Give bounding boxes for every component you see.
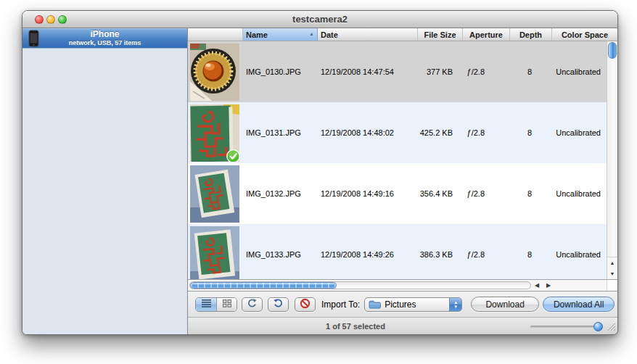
list-view-button[interactable] <box>196 298 216 311</box>
table-row-img-0132[interactable]: IMG_0132.JPG 12/19/2008 14:49:16 356.4 K… <box>188 163 607 224</box>
file-color-space: Uncalibrated <box>552 250 607 259</box>
table-row-img-0131[interactable]: IMG_0131.JPG 12/19/2008 14:48:02 425.2 K… <box>188 102 607 163</box>
column-header-aperture[interactable]: Aperture <box>463 28 510 41</box>
download-button[interactable]: Download <box>471 297 539 312</box>
file-depth: 8 <box>510 128 552 137</box>
import-destination-popup[interactable]: Pictures ▲▼ <box>364 297 462 312</box>
file-color-space: Uncalibrated <box>552 67 607 76</box>
table-row-img-0130[interactable]: IMG_0130.JPG 12/19/2008 14:47:54 377 KB … <box>188 41 607 102</box>
vertical-scrollbar[interactable]: ▲ ▼ <box>607 41 617 279</box>
thumbnail-size-slider <box>530 326 600 328</box>
titlebar[interactable]: testcamera2 <box>22 11 617 28</box>
zoom-button[interactable] <box>58 15 67 24</box>
close-button[interactable] <box>35 15 44 24</box>
folder-icon <box>369 300 381 309</box>
rotate-counterclockwise-icon <box>273 298 284 311</box>
downloaded-check-icon <box>226 149 241 162</box>
device-name: iPhone <box>90 30 119 39</box>
grid-view-icon <box>223 299 231 310</box>
column-header-file-size[interactable]: File Size <box>418 28 463 41</box>
scroll-right-button[interactable]: ▶ <box>546 281 551 291</box>
scroll-up-button[interactable]: ▲ <box>607 257 617 268</box>
file-name: IMG_0131.JPG <box>243 128 318 137</box>
column-header-name[interactable]: Name ▲ <box>243 28 318 41</box>
file-aperture: ƒ/2.8 <box>463 189 510 198</box>
file-name: IMG_0132.JPG <box>243 189 318 198</box>
photo-thumbnail-tilted-board-2 <box>190 226 239 280</box>
delete-prohibition-icon <box>300 298 311 311</box>
thumbnail-cell <box>188 165 243 223</box>
scroll-down-icon: ▼ <box>610 271 615 276</box>
file-depth: 8 <box>510 189 552 198</box>
horizontal-scrollbar[interactable]: ◀ ▶ <box>188 279 617 291</box>
toolbar: Import To: Pictures ▲▼ Download Download… <box>188 291 617 317</box>
popup-stepper: ▲▼ <box>449 298 461 311</box>
file-date: 12/19/2008 14:47:54 <box>318 67 418 76</box>
vertical-scrollbar-arrows: ▲ ▼ <box>607 257 617 279</box>
slider-thumb[interactable] <box>593 322 603 331</box>
scroll-left-button[interactable]: ◀ <box>535 281 539 291</box>
column-label: File Size <box>424 30 456 39</box>
iphone-icon <box>28 30 39 50</box>
download-button-label: Download <box>485 299 524 310</box>
download-all-button-label: Download All <box>554 299 604 310</box>
file-color-space: Uncalibrated <box>552 189 607 198</box>
status-bar: 1 of 57 selected <box>188 317 617 335</box>
download-all-button[interactable]: Download All <box>543 297 615 312</box>
resize-grip[interactable] <box>607 320 615 334</box>
file-date: 12/19/2008 14:49:16 <box>318 189 418 198</box>
column-header-color-space[interactable]: Color Space <box>552 28 617 41</box>
file-date: 12/19/2008 14:48:02 <box>318 128 418 137</box>
rotate-clockwise-icon <box>247 298 258 311</box>
list-view-icon <box>202 299 211 310</box>
file-aperture: ƒ/2.8 <box>463 67 510 76</box>
column-label: Depth <box>519 30 542 39</box>
column-header-depth[interactable]: Depth <box>510 28 552 41</box>
table-header: Name ▲ Date File Size Aperture Depth Col… <box>188 28 617 41</box>
file-color-space: Uncalibrated <box>552 128 607 137</box>
selection-status-text: 1 of 57 selected <box>326 322 385 331</box>
photo-thumbnail-maze-board <box>190 104 239 162</box>
rotate-clockwise-button[interactable] <box>242 297 263 312</box>
app-window: testcamera2 iPhone network, USB, 57 item… <box>22 10 618 335</box>
file-size: 377 KB <box>418 67 463 76</box>
file-size: 386.3 KB <box>418 250 463 259</box>
stepper-down-icon: ▼ <box>453 305 458 309</box>
file-size: 356.4 KB <box>418 189 463 198</box>
file-date: 12/19/2008 14:49:26 <box>318 250 418 259</box>
column-header-thumbnail <box>188 28 243 41</box>
column-header-date[interactable]: Date <box>318 28 418 41</box>
delete-button[interactable] <box>295 297 316 312</box>
file-name: IMG_0133.JPG <box>243 250 318 259</box>
sort-ascending-icon: ▲ <box>309 31 314 36</box>
horizontal-scrollbar-track[interactable] <box>189 281 531 289</box>
thumbnail-cell <box>188 44 243 101</box>
thumbnail-cell <box>188 104 243 162</box>
column-label: Color Space <box>562 30 608 39</box>
photo-thumbnail-tilted-board <box>190 165 239 223</box>
import-destination-value: Pictures <box>385 299 416 310</box>
grid-view-button[interactable] <box>216 298 237 311</box>
window-title: testcamera2 <box>292 14 348 25</box>
table-row-img-0133[interactable]: IMG_0133.JPG 12/19/2008 14:49:26 386.3 K… <box>188 224 607 279</box>
minimize-button[interactable] <box>46 15 55 24</box>
scrollbar-corner <box>607 280 617 291</box>
scroll-up-icon: ▲ <box>610 260 615 265</box>
window-controls <box>35 11 67 28</box>
photo-thumbnail-metronome <box>190 44 239 101</box>
vertical-scrollbar-thumb[interactable] <box>608 42 617 59</box>
file-size: 425.2 KB <box>418 128 463 137</box>
sidebar-item-iphone[interactable]: iPhone network, USB, 57 items <box>22 28 187 49</box>
file-list: IMG_0130.JPG 12/19/2008 14:47:54 377 KB … <box>188 41 617 279</box>
column-label: Aperture <box>469 30 503 39</box>
rotate-counterclockwise-button[interactable] <box>268 297 289 312</box>
view-mode-segmented-control <box>195 297 237 312</box>
thumbnail-cell <box>188 226 243 280</box>
column-label: Date <box>321 30 338 39</box>
column-label: Name <box>246 30 268 39</box>
device-details: network, USB, 57 items <box>69 39 141 46</box>
device-sidebar: iPhone network, USB, 57 items <box>22 28 188 335</box>
horizontal-scrollbar-thumb[interactable] <box>190 282 337 289</box>
scroll-down-button[interactable]: ▼ <box>607 268 617 279</box>
file-depth: 8 <box>510 250 552 259</box>
